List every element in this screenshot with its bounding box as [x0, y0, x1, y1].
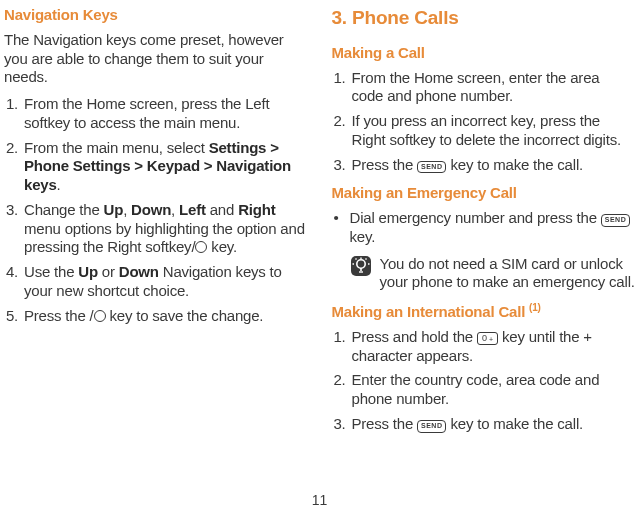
step-1: From the Home screen, press the Left sof… — [22, 95, 308, 133]
sep3: and — [206, 201, 238, 218]
step-2-text: From the main menu, select — [24, 139, 209, 156]
intl-label: Making an International Call — [332, 303, 530, 320]
i-step-3-b: key to make the call. — [446, 415, 583, 432]
heading-navigation-keys: Navigation Keys — [4, 6, 308, 25]
i-step-2: Enter the country code, area code and ph… — [350, 371, 636, 409]
step-5: Press the / key to save the change. — [22, 307, 308, 326]
label-down-2: Down — [119, 263, 159, 280]
i-step-1-a: Press and hold the — [352, 328, 477, 345]
lightbulb-icon — [350, 255, 372, 293]
note-text: You do not need a SIM card or unlock you… — [380, 255, 636, 293]
step-5-a: Press the / — [24, 307, 94, 324]
send-key-icon: SEND — [417, 161, 446, 174]
sep2: , — [171, 201, 179, 218]
making-call-steps: From the Home screen, enter the area cod… — [332, 69, 636, 175]
step-2: From the main menu, select Settings > Ph… — [22, 139, 308, 195]
note-block: You do not need a SIM card or unlock you… — [350, 255, 636, 293]
i-step-1: Press and hold the 0 + key until the + c… — [350, 328, 636, 366]
label-up: Up — [104, 201, 124, 218]
send-key-icon-3: SEND — [417, 420, 446, 433]
svg-line-8 — [365, 258, 366, 259]
international-call-steps: Press and hold the 0 + key until the + c… — [332, 328, 636, 434]
step-5-b: key to save the change. — [106, 307, 264, 324]
emergency-bullet: Dial emergency number and press the SEND… — [350, 209, 636, 247]
step-3-b: menu options by highlighting the option … — [24, 220, 305, 256]
sep1: , — [123, 201, 131, 218]
step-4: Use the Up or Down Navigation keys to yo… — [22, 263, 308, 301]
em-bullet-b: key. — [350, 228, 376, 245]
step-3-a: Change the — [24, 201, 104, 218]
zero-plus-key-icon: 0 + — [477, 332, 498, 345]
left-column: Navigation Keys The Navigation keys come… — [0, 6, 320, 515]
emergency-bullets: Dial emergency number and press the SEND… — [332, 209, 636, 247]
c1-step-3: Press the SEND key to make the call. — [350, 156, 636, 175]
c1-step-3-a: Press the — [352, 156, 418, 173]
zero-label: 0 — [482, 333, 487, 343]
send-key-icon-2: SEND — [601, 214, 630, 227]
step-3-c: key. — [207, 238, 237, 255]
heading-making-a-call: Making a Call — [332, 44, 636, 63]
nav-keys-steps: From the Home screen, press the Left sof… — [4, 95, 308, 325]
c1-step-2: If you press an incorrect key, press the… — [350, 112, 636, 150]
step-4-a: Use the — [24, 263, 78, 280]
zero-sub: + — [489, 336, 493, 343]
intro-text: The Navigation keys come preset, however… — [4, 31, 308, 87]
intl-footnote: (1) — [529, 302, 541, 313]
c1-step-3-b: key to make the call. — [446, 156, 583, 173]
chapter-title: 3. Phone Calls — [332, 6, 636, 30]
manual-page: Navigation Keys The Navigation keys come… — [0, 0, 639, 515]
em-bullet-a: Dial emergency number and press the — [350, 209, 601, 226]
heading-emergency-call: Making an Emergency Call — [332, 184, 636, 203]
label-up-2: Up — [78, 263, 98, 280]
heading-international-call: Making an International Call (1) — [332, 302, 636, 322]
step-3: Change the Up, Down, Left and Right menu… — [22, 201, 308, 257]
i-step-3: Press the SEND key to make the call. — [350, 415, 636, 434]
c1-step-1: From the Home screen, enter the area cod… — [350, 69, 636, 107]
label-right: Right — [238, 201, 275, 218]
label-left: Left — [179, 201, 206, 218]
label-down: Down — [131, 201, 171, 218]
svg-line-7 — [355, 258, 356, 259]
page-number: 11 — [0, 492, 639, 508]
step-2-period: . — [57, 176, 61, 193]
i-step-3-a: Press the — [352, 415, 418, 432]
right-column: 3. Phone Calls Making a Call From the Ho… — [320, 6, 640, 515]
circle-key-icon — [195, 241, 207, 253]
sep4: or — [98, 263, 119, 280]
circle-key-icon-2 — [94, 310, 106, 322]
